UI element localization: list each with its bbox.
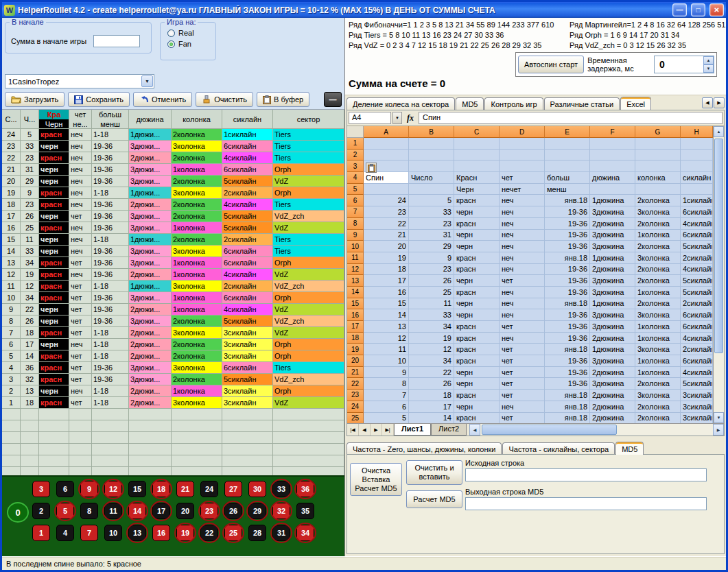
excel-cell[interactable]: 19-36 — [545, 333, 590, 344]
name-box-dropdown-icon[interactable]: ▼ — [392, 112, 402, 124]
excel-cell[interactable]: 2дюжина — [590, 413, 635, 424]
excel-cell[interactable]: 2колонка — [635, 241, 681, 252]
excel-cell[interactable]: 19-36 — [545, 264, 590, 276]
excel-row-header-15[interactable]: 15 — [347, 298, 364, 310]
excel-cell[interactable]: 17 — [364, 275, 409, 287]
excel-cell[interactable]: чет — [500, 275, 545, 287]
excel-cell[interactable]: чет — [500, 378, 545, 390]
board-number-20[interactable]: 20 — [176, 503, 194, 519]
excel-cell[interactable]: 10 — [364, 355, 409, 367]
board-number-3[interactable]: 3 — [32, 481, 50, 497]
excel-cell[interactable]: 18 — [409, 390, 454, 401]
excel-cell[interactable]: 19-36 — [545, 275, 590, 287]
excel-cell[interactable]: красн — [454, 390, 500, 401]
excel-cell[interactable] — [409, 184, 454, 195]
delay-spinner[interactable]: 0 ▲ ▼ — [654, 56, 714, 73]
excel-cell[interactable]: 5 — [364, 413, 409, 424]
tab-freq-chances[interactable]: Частота - Zero, шансы, дюжины, колонки — [347, 442, 502, 455]
excel-cell[interactable]: 2колонка — [635, 275, 681, 287]
board-number-6[interactable]: 6 — [56, 481, 74, 497]
excel-cell[interactable]: неч — [500, 287, 545, 298]
excel-col-header-F[interactable]: F — [590, 126, 635, 138]
excel-cell[interactable]: 1сиклайн — [681, 195, 713, 206]
excel-cell[interactable]: 19-36 — [545, 321, 590, 333]
excel-cell[interactable]: 3дюжина — [590, 321, 635, 333]
excel-cell[interactable]: 5сиклайн — [681, 275, 713, 287]
excel-cell[interactable]: 23 — [364, 206, 409, 218]
excel-cell[interactable]: 2сиклайн — [681, 344, 713, 355]
excel-cell[interactable]: 2колонка — [635, 195, 681, 206]
excel-cell[interactable] — [500, 150, 545, 161]
radio-fan[interactable]: Fan — [167, 40, 215, 48]
board-zero[interactable]: 0 — [7, 502, 29, 523]
excel-cell[interactable]: 3дюжина — [590, 309, 635, 321]
excel-cell[interactable] — [635, 160, 681, 172]
excel-cell[interactable]: 2колонка — [635, 401, 681, 413]
excel-cell[interactable]: колонка — [635, 172, 681, 184]
excel-cell[interactable]: 19-36 — [545, 287, 590, 298]
cell-name-box[interactable]: A4 — [349, 112, 391, 124]
excel-cell[interactable]: 25 — [409, 287, 454, 298]
excel-cell[interactable]: 3дюжина — [590, 287, 635, 298]
excel-cell[interactable] — [409, 138, 454, 150]
excel-row-header-9[interactable]: 9 — [347, 230, 364, 241]
excel-cell[interactable]: красн — [454, 252, 500, 264]
excel-cell[interactable]: менш — [545, 184, 590, 195]
excel-cell[interactable]: неч — [500, 264, 545, 276]
excel-active-cell[interactable]: Спин — [364, 172, 409, 184]
excel-cell[interactable]: 9 — [364, 367, 409, 379]
board-number-23[interactable]: 23 — [200, 503, 218, 519]
horizontal-scrollbar[interactable]: ◀▶ — [469, 424, 724, 436]
excel-cell[interactable]: 5 — [409, 195, 454, 206]
excel-cell[interactable]: 26 — [409, 275, 454, 287]
excel-cell[interactable]: красн — [454, 413, 500, 424]
excel-row-header-5[interactable]: 5 — [347, 184, 364, 195]
excel-row-header-17[interactable]: 17 — [347, 321, 364, 333]
excel-row-header-3[interactable]: 3 — [347, 160, 364, 172]
excel-cell[interactable]: янв.18 — [545, 252, 590, 264]
excel-cell[interactable]: 2колонка — [635, 378, 681, 390]
excel-cell[interactable]: красн — [454, 264, 500, 276]
excel-cell[interactable] — [681, 160, 713, 172]
load-button[interactable]: Загрузить — [5, 92, 64, 107]
excel-cell[interactable]: Черн — [454, 184, 500, 195]
excel-cell[interactable]: чет — [500, 355, 545, 367]
sheet-prev-button[interactable]: ◀ — [359, 424, 371, 436]
board-number-1[interactable]: 1 — [32, 525, 50, 541]
excel-row-header-6[interactable]: 6 — [347, 195, 364, 206]
excel-cell[interactable]: 1колонка — [635, 355, 681, 367]
md5-source-input[interactable] — [465, 468, 707, 481]
excel-cell[interactable]: 23 — [409, 218, 454, 230]
excel-cell[interactable] — [681, 184, 713, 195]
hscroll-track[interactable] — [480, 424, 713, 436]
excel-cell[interactable]: черн — [454, 275, 500, 287]
excel-cell[interactable]: 1колонка — [635, 287, 681, 298]
excel-cell[interactable]: 3дюжина — [590, 206, 635, 218]
excel-cell[interactable]: красн — [454, 333, 500, 344]
excel-row-header-12[interactable]: 12 — [347, 264, 364, 276]
board-number-33[interactable]: 33 — [272, 481, 290, 497]
excel-col-header-A[interactable]: A — [364, 126, 409, 138]
excel-cell[interactable]: 3колонка — [635, 390, 681, 401]
board-number-35[interactable]: 35 — [296, 503, 314, 519]
radio-real[interactable]: Real — [167, 29, 215, 37]
clear-button[interactable]: Очистить — [196, 92, 253, 107]
excel-cell[interactable]: 3колонка — [635, 206, 681, 218]
vscroll-thumb[interactable] — [714, 139, 723, 353]
board-number-31[interactable]: 31 — [272, 525, 290, 541]
excel-cell[interactable]: чет — [500, 344, 545, 355]
excel-cell[interactable]: красн — [454, 344, 500, 355]
excel-cell[interactable] — [454, 138, 500, 150]
copy-to-buffer-button[interactable]: В буфер — [257, 92, 309, 107]
excel-cell[interactable]: чет — [500, 413, 545, 424]
excel-cell[interactable]: 5сиклайн — [681, 241, 713, 252]
tab-game-control[interactable]: Контроль игр — [484, 97, 543, 110]
excel-cell[interactable] — [545, 150, 590, 161]
excel-cell[interactable]: 19-36 — [545, 309, 590, 321]
excel-cell[interactable] — [635, 138, 681, 150]
board-number-15[interactable]: 15 — [128, 481, 146, 497]
excel-col-header-B[interactable]: B — [409, 126, 454, 138]
excel-cell[interactable]: сиклайн — [681, 172, 713, 184]
tab-scroll-left-icon[interactable]: ◀ — [702, 97, 713, 108]
excel-cell[interactable] — [590, 184, 635, 195]
